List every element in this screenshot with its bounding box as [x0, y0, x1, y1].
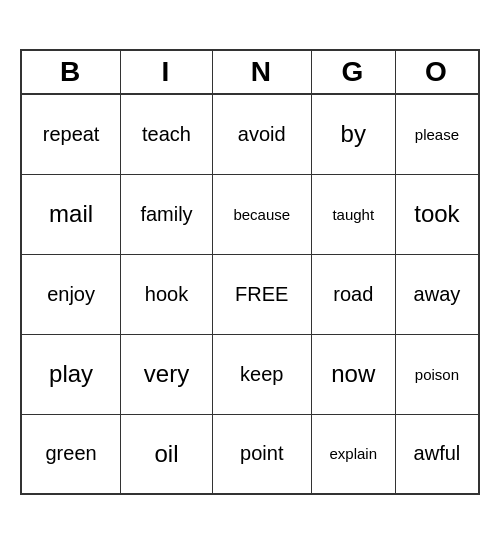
bingo-cell-2-2: FREE [212, 254, 311, 334]
bingo-cell-4-2: point [212, 414, 311, 494]
bingo-cell-2-4: away [395, 254, 479, 334]
bingo-cell-4-1: oil [121, 414, 213, 494]
bingo-row-0: repeatteachavoidbyplease [21, 94, 479, 174]
bingo-cell-1-3: taught [311, 174, 395, 254]
bingo-cell-4-4: awful [395, 414, 479, 494]
bingo-cell-1-0: mail [21, 174, 121, 254]
bingo-cell-1-2: because [212, 174, 311, 254]
bingo-row-4: greenoilpointexplainawful [21, 414, 479, 494]
bingo-header-row: BINGO [21, 50, 479, 94]
bingo-cell-0-0: repeat [21, 94, 121, 174]
bingo-cell-0-1: teach [121, 94, 213, 174]
bingo-cell-2-1: hook [121, 254, 213, 334]
header-col-b: B [21, 50, 121, 94]
bingo-cell-2-0: enjoy [21, 254, 121, 334]
bingo-row-1: mailfamilybecausetaughttook [21, 174, 479, 254]
bingo-cell-1-4: took [395, 174, 479, 254]
bingo-row-2: enjoyhookFREEroadaway [21, 254, 479, 334]
bingo-cell-3-0: play [21, 334, 121, 414]
bingo-cell-3-1: very [121, 334, 213, 414]
header-col-g: G [311, 50, 395, 94]
bingo-cell-3-4: poison [395, 334, 479, 414]
bingo-card: BINGO repeatteachavoidbypleasemailfamily… [20, 49, 480, 495]
bingo-cell-2-3: road [311, 254, 395, 334]
bingo-cell-3-2: keep [212, 334, 311, 414]
bingo-row-3: playverykeepnowpoison [21, 334, 479, 414]
bingo-cell-4-0: green [21, 414, 121, 494]
bingo-cell-0-4: please [395, 94, 479, 174]
bingo-cell-3-3: now [311, 334, 395, 414]
header-col-o: O [395, 50, 479, 94]
bingo-cell-0-3: by [311, 94, 395, 174]
header-col-n: N [212, 50, 311, 94]
header-col-i: I [121, 50, 213, 94]
bingo-cell-0-2: avoid [212, 94, 311, 174]
bingo-cell-1-1: family [121, 174, 213, 254]
bingo-cell-4-3: explain [311, 414, 395, 494]
